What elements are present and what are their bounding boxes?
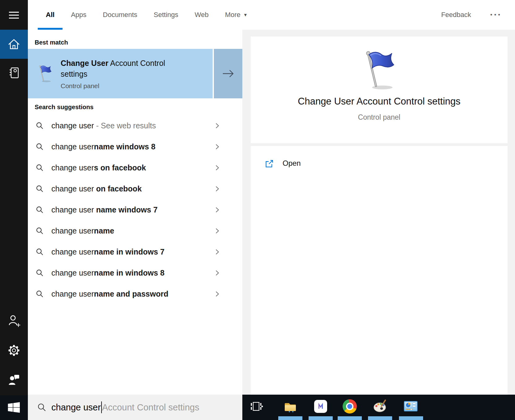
control-panel-flag-icon: [36, 63, 54, 84]
best-match-subtitle: Control panel: [61, 82, 167, 90]
suggestion-row[interactable]: change users on facebook: [28, 157, 242, 178]
best-match-title: Change User Account Control settings: [61, 58, 167, 79]
sidebar-item-user[interactable]: [0, 366, 28, 394]
m-app-icon: [313, 399, 328, 414]
sidebar-item-add-account[interactable]: [0, 307, 28, 335]
suggestion-row[interactable]: change username windows 8: [28, 136, 242, 157]
m-app-button[interactable]: [313, 399, 328, 414]
open-external-icon: [265, 159, 274, 168]
search-filter-bar: All Apps Documents Settings Web More▼ Fe…: [28, 0, 515, 30]
best-match-main[interactable]: Change User Account Control settings Con…: [28, 49, 213, 98]
running-indicator: [278, 416, 302, 420]
suggestion-row[interactable]: change username in windows 8: [28, 262, 242, 283]
chevron-right-icon[interactable]: [214, 143, 221, 151]
tab-all[interactable]: All: [46, 0, 54, 30]
autocomplete-ghost-text: Account Control settings: [102, 402, 199, 413]
control-panel-flag-icon: [359, 49, 400, 90]
search-suggestions-header: Search suggestions: [35, 104, 93, 111]
tab-apps[interactable]: Apps: [71, 0, 86, 30]
paint-button[interactable]: [373, 399, 387, 414]
running-indicator: [309, 416, 333, 420]
running-indicator: [368, 416, 392, 420]
filter-tabs: All Apps Documents Settings Web More▼: [46, 0, 264, 30]
search-icon: [36, 164, 44, 172]
chevron-right-icon[interactable]: [214, 185, 221, 193]
start-menu-rail: [0, 0, 28, 395]
running-indicator: [338, 416, 362, 420]
chevron-right-icon[interactable]: [214, 122, 221, 130]
search-icon: [36, 122, 44, 130]
search-suggestions-list: change user - See web results change use…: [28, 115, 242, 304]
open-label: Open: [283, 159, 301, 168]
preview-card: Change User Account Control settings Con…: [251, 36, 508, 395]
running-indicator: [399, 416, 423, 420]
search-icon: [37, 403, 46, 412]
suggestion-row[interactable]: change user on facebook: [28, 178, 242, 199]
tab-more[interactable]: More▼: [225, 0, 248, 30]
card-divider: [251, 143, 508, 146]
paint-icon: [373, 399, 387, 414]
windows-logo-icon: [8, 401, 20, 414]
search-icon: [36, 248, 44, 256]
gear-icon: [7, 343, 21, 358]
best-match-result[interactable]: Change User Account Control settings Con…: [28, 49, 242, 98]
add-user-icon: [7, 314, 21, 328]
best-match-header: Best match: [35, 39, 68, 46]
open-action[interactable]: Open: [251, 155, 508, 173]
tab-web[interactable]: Web: [195, 0, 209, 30]
chevron-down-icon: ▼: [243, 12, 248, 17]
suggestion-row[interactable]: change username and password: [28, 283, 242, 304]
taskbar: [242, 395, 515, 420]
chevron-right-icon[interactable]: [214, 269, 221, 277]
start-button[interactable]: [0, 395, 28, 420]
chevron-right-icon[interactable]: [214, 248, 221, 256]
journal-icon: [7, 66, 21, 79]
arrow-right-icon: [221, 67, 235, 80]
search-icon: [36, 143, 44, 151]
search-icon: [36, 185, 44, 193]
taskbar-search-box[interactable]: change userAccount Control settings: [28, 395, 242, 420]
file-explorer-icon: [283, 399, 298, 414]
sidebar-item-home[interactable]: [0, 30, 28, 59]
chevron-right-icon[interactable]: [214, 206, 221, 214]
search-input[interactable]: change userAccount Control settings: [51, 395, 199, 420]
tab-settings[interactable]: Settings: [154, 0, 179, 30]
search-results-panel: Best match Change User Account Control s…: [28, 30, 242, 395]
preview-subtitle: Control panel: [251, 113, 508, 122]
control-panel-icon: [403, 400, 418, 413]
search-icon: [36, 227, 44, 235]
overflow-menu-icon[interactable]: •••: [490, 11, 502, 18]
text-cursor: [101, 401, 102, 413]
chevron-right-icon[interactable]: [214, 227, 221, 235]
preview-panel: Change User Account Control settings Con…: [242, 30, 515, 395]
control-panel-button[interactable]: [403, 399, 418, 414]
task-view-icon: [249, 399, 264, 414]
suggestion-row[interactable]: change user - See web results: [28, 115, 242, 136]
suggestion-row[interactable]: change user name windows 7: [28, 199, 242, 220]
file-explorer-button[interactable]: [283, 399, 298, 414]
task-view-button[interactable]: [249, 399, 264, 414]
chevron-right-icon[interactable]: [214, 164, 221, 172]
chrome-button[interactable]: [342, 399, 357, 414]
chevron-right-icon[interactable]: [214, 290, 221, 298]
suggestion-row[interactable]: change username in windows 7: [28, 241, 242, 262]
sidebar-item-journal[interactable]: [0, 59, 28, 87]
search-icon: [36, 290, 44, 298]
feedback-button[interactable]: Feedback: [441, 11, 471, 19]
tab-documents[interactable]: Documents: [103, 0, 137, 30]
sidebar-item-settings[interactable]: [0, 336, 28, 364]
hamburger-menu-button[interactable]: [0, 1, 28, 29]
home-icon: [7, 38, 21, 51]
chrome-icon: [343, 399, 357, 414]
preview-title: Change User Account Control settings: [251, 96, 508, 107]
hamburger-icon: [9, 11, 19, 19]
search-icon: [36, 269, 44, 277]
search-icon: [36, 206, 44, 214]
user-feedback-icon: [7, 373, 21, 388]
suggestion-row[interactable]: change username: [28, 220, 242, 241]
expand-result-button[interactable]: [214, 49, 242, 98]
